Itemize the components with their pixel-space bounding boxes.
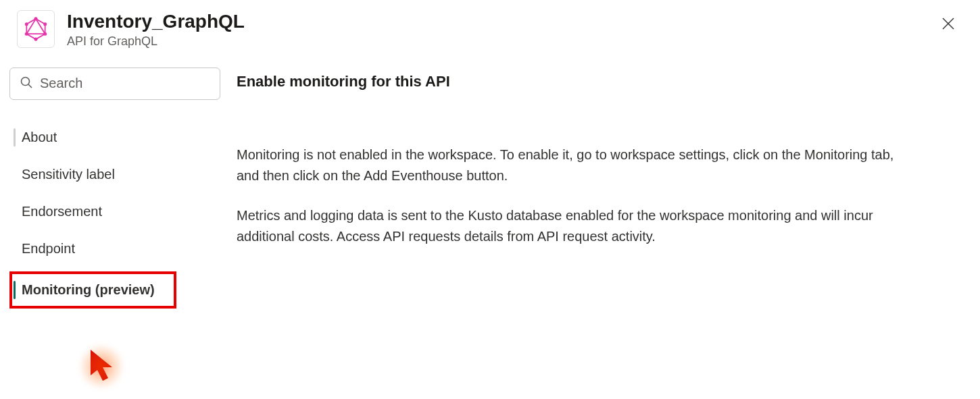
svg-point-5 [34, 38, 37, 41]
svg-marker-1 [26, 19, 45, 34]
close-icon [941, 17, 955, 30]
svg-point-2 [34, 17, 37, 20]
search-box[interactable] [9, 68, 220, 100]
svg-line-11 [28, 84, 32, 88]
sidebar-item-label: Endorsement [22, 204, 102, 219]
svg-marker-12 [91, 350, 112, 381]
page-subtitle: API for GraphQL [67, 34, 937, 49]
svg-point-4 [43, 32, 47, 36]
sidebar-item-label: About [22, 130, 57, 144]
main-heading: Enable monitoring for this API [237, 73, 908, 90]
sidebar: About Sensitivity label Endorsement Endp… [9, 68, 226, 309]
header-titles: Inventory_GraphQL API for GraphQL [67, 10, 937, 49]
monitoring-info-paragraph-2: Metrics and logging data is sent to the … [237, 205, 908, 247]
page-header: Inventory_GraphQL API for GraphQL [0, 0, 980, 55]
sidebar-item-label: Monitoring (preview) [22, 282, 155, 297]
svg-point-7 [25, 22, 28, 26]
close-button[interactable] [937, 13, 959, 34]
search-icon [20, 76, 33, 92]
graphql-icon [17, 10, 55, 48]
cursor-annotation [87, 348, 116, 386]
sidebar-item-label: Endpoint [22, 241, 75, 256]
search-input[interactable] [40, 76, 210, 91]
sidebar-item-endpoint[interactable]: Endpoint [9, 230, 226, 267]
svg-point-3 [43, 22, 47, 26]
sidebar-item-endorsement[interactable]: Endorsement [9, 193, 226, 230]
content-area: About Sensitivity label Endorsement Endp… [0, 55, 980, 309]
sidebar-item-monitoring[interactable]: Monitoring (preview) [9, 271, 176, 309]
main-content: Enable monitoring for this API Monitorin… [226, 68, 935, 309]
sidebar-item-label: Sensitivity label [22, 167, 115, 182]
sidebar-item-sensitivity-label[interactable]: Sensitivity label [9, 156, 226, 193]
monitoring-info-paragraph-1: Monitoring is not enabled in the workspa… [237, 144, 908, 186]
svg-point-6 [25, 32, 28, 36]
svg-point-10 [22, 77, 30, 85]
sidebar-item-about[interactable]: About [9, 119, 226, 156]
page-title: Inventory_GraphQL [67, 10, 937, 33]
